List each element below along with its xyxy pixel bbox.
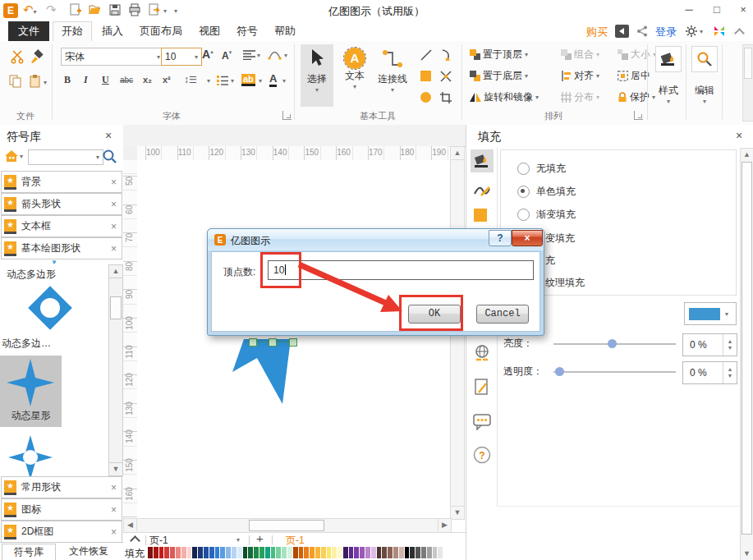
style-button[interactable]: 样式 ▾ xyxy=(654,46,682,105)
crop-tool-icon[interactable] xyxy=(440,92,452,106)
palette-swatch[interactable] xyxy=(360,547,365,558)
comment-tab-icon[interactable] xyxy=(471,411,494,434)
arc-tool-icon[interactable] xyxy=(440,49,452,63)
tab-symbols[interactable]: 符号 xyxy=(228,21,266,41)
line-spacing-button[interactable]: ↕☰ xyxy=(184,74,197,85)
distribute-button[interactable]: 分布▾ xyxy=(561,90,599,104)
scroll-up-icon[interactable]: ▲ xyxy=(451,147,464,160)
close-icon[interactable]: × xyxy=(111,482,117,493)
brightness-spinbox[interactable]: 0 % ▲▼ xyxy=(682,333,737,356)
present-icon[interactable] xyxy=(615,25,629,38)
help-tab-icon[interactable]: ? xyxy=(471,443,494,466)
scroll-down-icon[interactable]: ▼ xyxy=(741,548,753,559)
palette-swatch[interactable] xyxy=(349,547,354,558)
share-icon[interactable] xyxy=(636,25,649,40)
palette-swatch[interactable] xyxy=(371,547,376,558)
expand-indicator-icon[interactable]: ▼ xyxy=(51,259,57,266)
size-button[interactable]: 大小▾ xyxy=(618,48,656,62)
palette-swatch[interactable] xyxy=(427,547,432,558)
palette-swatch[interactable] xyxy=(315,547,320,558)
palette-swatch[interactable] xyxy=(243,547,248,558)
palette-swatch[interactable] xyxy=(276,547,281,558)
palette-swatch[interactable] xyxy=(421,547,426,558)
palette-swatch[interactable] xyxy=(215,547,220,558)
panel-scrollbar[interactable]: ▲ ▼ xyxy=(740,148,753,560)
curved-text-button[interactable] xyxy=(268,49,282,62)
fill-tab-icon[interactable] xyxy=(471,149,494,172)
category-basic-drawing-shapes[interactable]: ★基本绘图形状× xyxy=(1,237,122,259)
edit-button[interactable]: 编辑 ▾ xyxy=(691,46,719,105)
close-icon[interactable]: × xyxy=(111,177,117,188)
tab-file[interactable]: 文件 xyxy=(8,21,49,41)
palette-swatch[interactable] xyxy=(226,547,231,558)
selection-handle[interactable] xyxy=(249,338,257,347)
font-name-select[interactable]: 宋体▾ xyxy=(61,48,164,66)
palette-swatch[interactable] xyxy=(181,547,186,558)
line-spacing-dropdown-icon[interactable]: ▾ xyxy=(207,77,210,85)
palette-swatch[interactable] xyxy=(354,547,359,558)
subscript-button[interactable]: x₂ xyxy=(143,75,152,85)
rectangle-tool-icon[interactable] xyxy=(420,71,431,81)
palette-swatch[interactable] xyxy=(293,547,298,558)
page-dropdown-icon[interactable]: ▾ xyxy=(236,536,240,544)
palette-swatch[interactable] xyxy=(187,547,192,558)
spinner-icons[interactable]: ▲▼ xyxy=(723,362,737,383)
scroll-down-icon[interactable]: ▼ xyxy=(109,462,122,475)
tab-home[interactable]: 开始 xyxy=(53,21,92,42)
tab-help[interactable]: 帮助 xyxy=(266,21,304,41)
selection-handle[interactable] xyxy=(269,338,277,347)
palette-swatch[interactable] xyxy=(232,547,236,558)
canvas-h-scrollbar[interactable]: ◀ ▶ xyxy=(123,518,452,533)
freeform-tool-icon[interactable] xyxy=(440,71,452,85)
paste-dropdown-icon[interactable]: ▾ xyxy=(44,79,47,86)
palette-swatch[interactable] xyxy=(259,547,264,558)
close-icon[interactable]: × xyxy=(111,243,117,255)
tab-insert[interactable]: 插入 xyxy=(94,21,131,41)
transparency-slider[interactable] xyxy=(553,371,676,373)
palette-swatch[interactable] xyxy=(365,547,370,558)
dialog-help-button[interactable]: ? xyxy=(489,230,512,246)
palette-swatch[interactable] xyxy=(192,547,197,558)
close-icon[interactable]: × xyxy=(111,504,117,516)
tab-symbol-library[interactable]: 符号库 xyxy=(2,544,56,560)
dialog-close-button[interactable]: × xyxy=(512,230,543,246)
close-panel-icon[interactable]: × xyxy=(105,129,112,142)
bold-button[interactable]: B xyxy=(64,74,71,86)
text-highlight-button[interactable]: ab xyxy=(241,74,255,86)
dialog-title-bar[interactable]: E 亿图图示 ? × xyxy=(208,229,544,250)
text-tool-button[interactable]: A 文本 ▾ xyxy=(338,44,371,107)
grow-font-button[interactable]: A▴ xyxy=(202,48,214,61)
brightness-slider-thumb[interactable] xyxy=(608,339,617,348)
scrollbar-thumb[interactable] xyxy=(742,162,752,535)
palette-swatch[interactable] xyxy=(148,547,153,558)
shadow-tab-icon[interactable] xyxy=(474,209,487,222)
maximize-button[interactable]: □ xyxy=(705,0,729,20)
protect-button[interactable]: 保护▾ xyxy=(618,90,655,104)
palette-swatch[interactable] xyxy=(405,547,410,558)
ellipse-tool-icon[interactable] xyxy=(420,92,431,103)
bring-to-front-button[interactable]: 置于顶层▾ xyxy=(470,48,528,62)
connector-tool-button[interactable]: 连接线 ▾ xyxy=(374,44,411,107)
highlight-dropdown-icon[interactable]: ▾ xyxy=(259,77,262,85)
bullet-dropdown-icon[interactable]: ▾ xyxy=(231,77,234,85)
buy-link[interactable]: 购买 xyxy=(586,25,608,39)
palette-swatch[interactable] xyxy=(176,547,181,558)
gear-dropdown-icon[interactable]: ▾ xyxy=(700,28,703,35)
select-tool-button[interactable]: 选择 ▾ xyxy=(301,44,333,107)
tab-file-recovery[interactable]: 文件恢复 xyxy=(62,544,115,559)
login-link[interactable]: 登录 xyxy=(655,25,677,39)
selection-handle[interactable] xyxy=(289,338,297,347)
italic-button[interactable]: I xyxy=(84,74,88,86)
palette-swatch[interactable] xyxy=(220,547,225,558)
palette-swatch[interactable] xyxy=(154,547,158,558)
tab-view[interactable]: 视图 xyxy=(191,21,228,41)
palette-swatch[interactable] xyxy=(438,547,443,558)
note-tab-icon[interactable] xyxy=(471,376,494,399)
transparency-spinbox[interactable]: 0 % ▲▼ xyxy=(682,361,737,384)
palette-swatch[interactable] xyxy=(198,547,203,558)
category-text-box[interactable]: ★文本框× xyxy=(1,215,122,237)
line-style-tab-icon[interactable] xyxy=(471,179,494,202)
cut-icon[interactable] xyxy=(10,49,25,67)
transparency-slider-thumb[interactable] xyxy=(555,367,564,376)
copy-icon[interactable] xyxy=(8,74,23,91)
